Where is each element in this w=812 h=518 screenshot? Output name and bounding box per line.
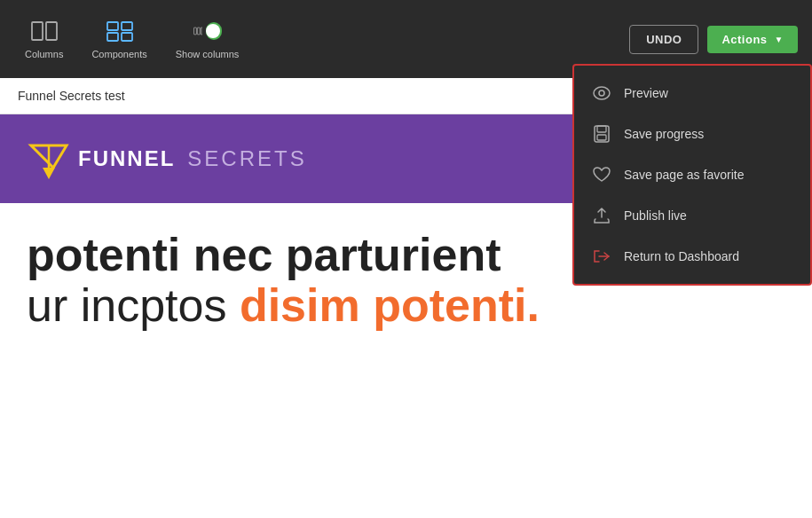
save-icon [592,124,611,144]
publish-live-label: Publish live [624,208,687,223]
svg-rect-3 [122,22,132,30]
big-text-plain: ur incptos [27,279,240,331]
dropdown-item-save-progress[interactable]: Save progress [574,114,810,154]
svg-point-9 [594,87,610,99]
components-icon [106,19,134,43]
columns-label: Columns [25,49,63,59]
columns-icon [30,19,59,43]
big-text-line2: ur incptos disim potenti. [27,280,812,331]
show-columns-toggle[interactable] [206,22,221,40]
dropdown-item-preview[interactable]: Preview [574,73,810,114]
svg-rect-6 [193,27,196,35]
actions-label: Actions [721,33,767,46]
svg-rect-13 [597,135,606,140]
breadcrumb-text: Funnel Secrets test [18,89,125,103]
dropdown-item-save-favorite[interactable]: Save page as favorite [574,154,810,195]
upload-icon [592,206,611,225]
logo-bold: FUNNEL [78,146,175,171]
svg-rect-2 [107,22,118,30]
svg-rect-8 [201,27,202,35]
save-favorite-label: Save page as favorite [624,168,744,182]
funnel-logo-icon [27,137,71,181]
dropdown-item-publish-live[interactable]: Publish live [574,195,810,236]
funnel-logo: FUNNEL SECRETS [27,137,307,181]
svg-rect-12 [597,126,606,132]
toolbar-item-components[interactable]: Components [81,12,157,67]
svg-rect-7 [197,27,200,35]
save-progress-label: Save progress [624,127,704,141]
exit-icon [592,247,611,266]
preview-label: Preview [624,86,668,100]
svg-rect-1 [46,22,57,40]
svg-rect-5 [122,33,132,41]
dropdown-item-return-dashboard[interactable]: Return to Dashboard [574,236,810,277]
chevron-down-icon: ▼ [775,35,784,44]
toolbar-item-columns[interactable]: Columns [14,12,74,67]
toolbar-right: UNDO Actions ▼ [629,25,798,54]
eye-icon [592,83,611,103]
logo-light: SECRETS [187,146,306,171]
svg-rect-4 [107,33,118,41]
toolbar-item-show-columns[interactable]: Show columns [165,12,250,67]
svg-marker-16 [43,168,55,179]
toolbar: Columns Components Show columns UNDO [0,0,812,78]
heart-icon [592,165,611,184]
svg-point-10 [599,90,604,96]
undo-button[interactable]: UNDO [629,25,698,54]
actions-dropdown-menu: Preview Save progress Save page as favor… [572,64,812,286]
show-columns-icon [193,19,222,43]
components-label: Components [91,49,146,59]
svg-rect-0 [32,22,43,40]
show-columns-label: Show columns [176,49,240,59]
big-text-highlight: disim potenti. [240,279,540,331]
actions-button[interactable]: Actions ▼ [707,26,798,53]
return-dashboard-label: Return to Dashboard [624,249,739,263]
